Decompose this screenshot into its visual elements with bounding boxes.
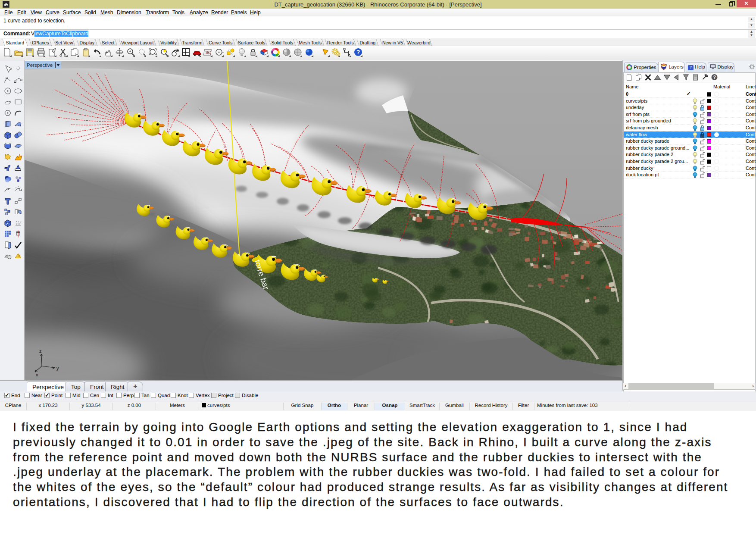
svg-text:z: z [39, 348, 42, 354]
svg-text:Perspective: Perspective [27, 63, 53, 68]
svg-text:x: x [36, 372, 38, 377]
svg-text:?: ? [356, 49, 360, 56]
svg-text:y: y [56, 366, 59, 371]
svg-text:?: ? [713, 75, 716, 80]
